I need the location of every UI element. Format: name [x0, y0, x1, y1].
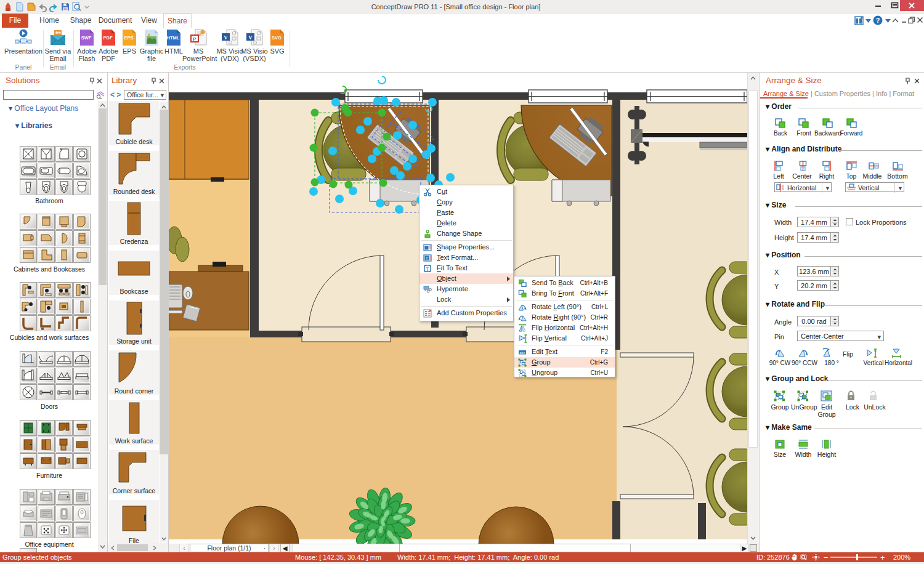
svg-text:P: P	[193, 36, 197, 42]
svg-text:SVG: SVG	[272, 35, 282, 41]
svg-text:HTML: HTML	[167, 35, 180, 41]
svg-text:T: T	[426, 266, 429, 272]
svg-text:?: ?	[876, 17, 880, 24]
svg-text:V: V	[224, 34, 228, 41]
svg-text:abc: abc	[520, 351, 525, 355]
svg-text:T: T	[426, 256, 429, 260]
svg-text:PDF: PDF	[103, 35, 113, 41]
svg-text:EPS: EPS	[124, 35, 133, 41]
svg-text:V: V	[248, 34, 253, 41]
svg-text:SWF: SWF	[81, 35, 92, 41]
